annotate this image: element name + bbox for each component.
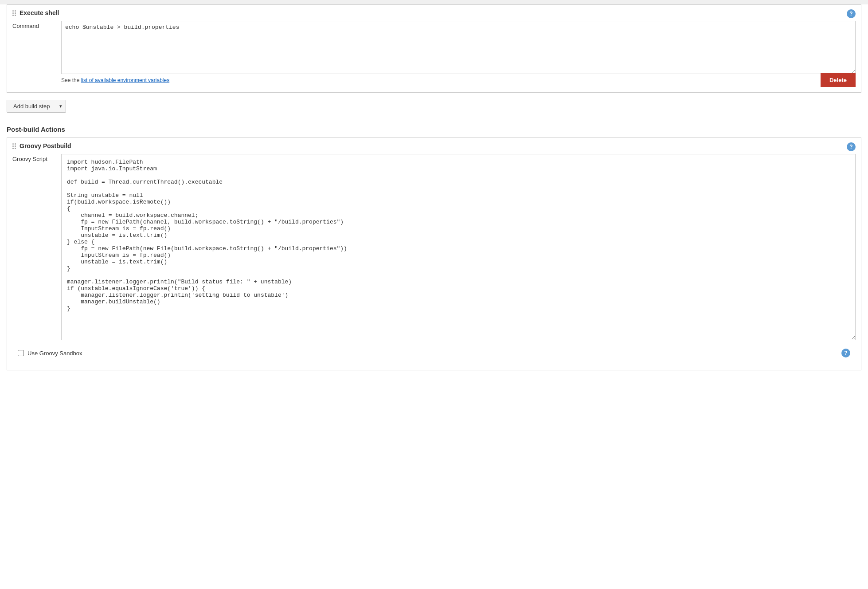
env-vars-note: See the list of available environment va…	[61, 77, 856, 83]
command-field: echo $unstable > build.properties See th…	[61, 21, 856, 83]
groovy-postbuild-header: Groovy Postbuild	[12, 142, 856, 149]
execute-shell-block: Execute shell ? Command echo $unstable >…	[7, 4, 861, 93]
add-build-step-button[interactable]: Add build step	[7, 100, 56, 112]
page-wrapper: Execute shell ? Command echo $unstable >…	[0, 4, 868, 589]
drag-handle-groovy[interactable]	[12, 143, 16, 149]
groovy-sandbox-checkbox[interactable]	[18, 350, 24, 356]
groovy-sandbox-row: Use Groovy Sandbox ?	[18, 345, 850, 361]
groovy-postbuild-title: Groovy Postbuild	[20, 142, 71, 149]
groovy-script-row: Groovy Script import hudson.FilePath imp…	[12, 154, 856, 342]
execute-shell-help-icon[interactable]: ?	[847, 9, 856, 18]
execute-shell-header: Execute shell	[12, 9, 856, 16]
env-vars-prefix: See the	[61, 77, 81, 83]
groovy-script-label: Groovy Script	[12, 154, 61, 162]
post-build-actions-header: Post-build Actions	[7, 120, 861, 133]
execute-shell-title: Execute shell	[20, 9, 59, 16]
command-textarea[interactable]: echo $unstable > build.properties	[61, 21, 856, 74]
add-build-step-container: Add build step ▾	[7, 100, 861, 113]
groovy-postbuild-help-icon[interactable]: ?	[847, 142, 856, 151]
groovy-postbuild-block: Groovy Postbuild ? Groovy Script import …	[7, 137, 861, 370]
add-build-step-wrapper: Add build step ▾	[7, 100, 66, 113]
groovy-sandbox-help-icon[interactable]: ?	[841, 349, 850, 357]
post-build-actions-title: Post-build Actions	[7, 126, 65, 133]
delete-button[interactable]: Delete	[821, 73, 856, 87]
command-label: Command	[12, 21, 61, 29]
add-build-step-dropdown-button[interactable]: ▾	[56, 100, 66, 112]
groovy-sandbox-label: Use Groovy Sandbox	[27, 350, 82, 357]
groovy-script-field: import hudson.FilePath import java.io.In…	[61, 154, 856, 342]
drag-handle-execute-shell[interactable]	[12, 10, 16, 16]
env-vars-link[interactable]: list of available environment variables	[81, 77, 169, 83]
groovy-script-textarea[interactable]: import hudson.FilePath import java.io.In…	[61, 154, 856, 340]
command-row: Command echo $unstable > build.propertie…	[12, 21, 856, 83]
